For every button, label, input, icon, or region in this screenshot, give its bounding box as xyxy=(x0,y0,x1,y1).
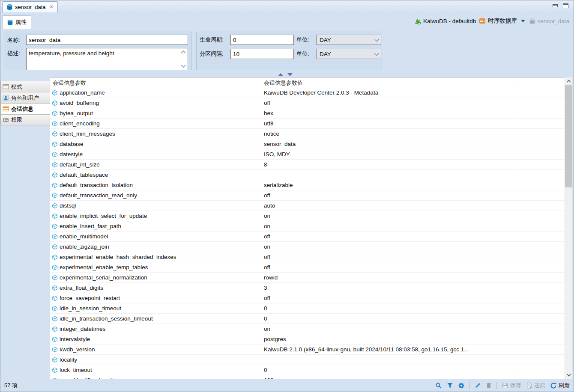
delete-button[interactable] xyxy=(486,382,492,389)
param-value: postgres xyxy=(264,336,286,342)
param-cell: avoid_buffering xyxy=(50,98,261,108)
table-row[interactable]: default_transaction_isolation serializab… xyxy=(50,180,565,190)
parameter-cube-icon xyxy=(52,234,58,240)
sidebar-item-label: 会话信息 xyxy=(11,105,33,113)
filler-cell xyxy=(515,119,565,128)
maximize-button[interactable] xyxy=(563,3,568,8)
table-row[interactable]: client_min_messages notice xyxy=(50,129,565,139)
table-row[interactable]: default_transaction_read_only off xyxy=(50,190,565,201)
parameter-cube-icon xyxy=(52,357,58,363)
table-row[interactable]: datestyle ISO, MDY xyxy=(50,149,565,160)
table-row[interactable]: enable_implicit_select_for_update on xyxy=(50,211,565,221)
param-cell: enable_zigzag_join xyxy=(50,242,261,252)
database-type-selector[interactable]: 时序数据库 xyxy=(479,17,517,25)
editor-tab-sensor-data[interactable]: sensor_data ✕ xyxy=(2,1,58,12)
partition-unit-select[interactable]: DAY xyxy=(316,49,381,59)
param-value: sensor_data xyxy=(264,141,296,147)
settings-button[interactable] xyxy=(458,382,465,389)
description-input[interactable]: temperature, pressure and height xyxy=(26,48,188,70)
sidebar-item-session-info[interactable]: 会话信息 xyxy=(0,103,50,114)
name-label: 名称: xyxy=(7,35,24,44)
sidebar-item-schema[interactable]: 模式 xyxy=(0,81,50,92)
scrollbar-down-button[interactable] xyxy=(565,371,572,379)
parameter-cube-icon xyxy=(52,141,58,147)
scrollbar-up-button[interactable] xyxy=(565,77,572,85)
value-cell: off xyxy=(261,190,515,200)
splitter[interactable] xyxy=(0,71,574,77)
table-row[interactable]: default_int_size 8 xyxy=(50,160,565,170)
parameter-cube-icon xyxy=(52,90,58,96)
table-row[interactable]: idle_in_session_timeout 0 xyxy=(50,303,565,314)
refresh-button[interactable]: 刷新 xyxy=(550,382,570,389)
table-row[interactable]: application_name KaiwuDB Developer Cente… xyxy=(50,88,565,98)
table-row[interactable]: integer_datetimes on xyxy=(50,324,565,334)
close-icon[interactable]: ✕ xyxy=(50,4,54,10)
scroll-up-icon[interactable] xyxy=(180,50,186,54)
save-button[interactable]: 保存 xyxy=(502,382,521,389)
unit-label-2: 单位: xyxy=(296,50,314,58)
tab-properties[interactable]: 属性 xyxy=(2,15,31,29)
table-row[interactable]: database sensor_data xyxy=(50,139,565,149)
table-row[interactable]: idle_in_transaction_session_timeout 0 xyxy=(50,314,565,324)
scrollbar-thumb[interactable] xyxy=(565,85,572,187)
table-row[interactable]: bytea_output hex xyxy=(50,108,565,119)
column-header-param[interactable]: 会话信息参数 xyxy=(50,78,261,88)
table-row[interactable]: experimental_serial_normalization rowid xyxy=(50,273,565,283)
param-name: enable_multimodel xyxy=(60,233,108,240)
table-row[interactable]: distsql auto xyxy=(50,201,565,211)
table-row[interactable]: default_tablespace xyxy=(50,170,565,180)
name-input[interactable] xyxy=(26,35,188,45)
minimize-button[interactable] xyxy=(553,4,558,7)
lifecycle-input[interactable] xyxy=(230,35,294,45)
table-row[interactable]: client_encoding utf8 xyxy=(50,119,565,129)
param-value: KaiwuDB Developer Center 2.0.3 - Metadat… xyxy=(264,89,378,96)
table-row[interactable]: extra_float_digits 3 xyxy=(50,283,565,293)
param-name: distsql xyxy=(60,202,76,209)
table-row[interactable]: avoid_buffering off xyxy=(50,98,565,108)
connection-selector[interactable]: KaiwuDB - defaultdb xyxy=(414,18,476,25)
search-button[interactable] xyxy=(435,382,442,389)
collapse-up-icon[interactable] xyxy=(278,73,283,76)
column-header-value[interactable]: 会话信息参数值 xyxy=(261,78,515,88)
vertical-scrollbar[interactable] xyxy=(565,77,572,379)
table-row[interactable]: enable_zigzag_join on xyxy=(50,242,565,252)
param-value: off xyxy=(264,233,270,240)
parameter-cube-icon xyxy=(52,316,58,322)
table-row[interactable]: enable_multimodel off xyxy=(50,232,565,242)
parameter-cube-icon xyxy=(52,193,58,199)
filter-button[interactable] xyxy=(447,382,453,389)
sidebar-item-permissions[interactable]: 权限 xyxy=(0,114,50,125)
partition-input[interactable] xyxy=(230,49,294,59)
connection-label: KaiwuDB - defaultdb xyxy=(423,18,476,24)
param-name: bytea_output xyxy=(60,110,93,116)
tab-properties-label: 属性 xyxy=(15,18,27,26)
restore-button[interactable]: 还原 xyxy=(526,382,545,389)
table-row[interactable]: experimental_enable_temp_tables off xyxy=(50,262,565,273)
collapse-down-icon[interactable] xyxy=(287,73,293,76)
filler-cell xyxy=(515,344,565,354)
param-cell: idle_in_session_timeout xyxy=(50,303,261,313)
param-name: experimental_enable_temp_tables xyxy=(60,264,148,270)
chevron-down-icon[interactable] xyxy=(521,20,525,22)
table-row[interactable]: experimental_enable_hash_sharded_indexes… xyxy=(50,252,565,262)
scroll-down-icon[interactable] xyxy=(180,64,186,68)
table-row[interactable]: enable_insert_fast_path on xyxy=(50,221,565,232)
edit-button[interactable] xyxy=(475,382,481,389)
table-row[interactable]: force_savepoint_restart off xyxy=(50,293,565,303)
filler-cell xyxy=(515,211,565,221)
param-value: off xyxy=(264,192,270,199)
parameter-cube-icon xyxy=(52,254,58,260)
table-row[interactable]: lock_timeout 0 xyxy=(50,365,565,375)
table-row[interactable]: locality xyxy=(50,355,565,365)
filler-cell xyxy=(515,303,565,313)
lifecycle-unit-select[interactable]: DAY xyxy=(316,35,381,45)
param-cell: force_savepoint_restart xyxy=(50,293,261,303)
schema-icon xyxy=(3,83,9,90)
table-row[interactable]: kwdb_version KaiwuDB 2.1.0 (x86_64-linux… xyxy=(50,344,565,355)
filler-cell xyxy=(515,324,565,334)
table-row[interactable]: max_identifier_length 128 xyxy=(50,375,565,379)
sidebar-item-roles-users[interactable]: 角色和用户 xyxy=(0,92,50,103)
value-cell: on xyxy=(261,211,515,221)
lifecycle-unit-value: DAY xyxy=(320,37,331,43)
table-row[interactable]: intervalstyle postgres xyxy=(50,334,565,344)
